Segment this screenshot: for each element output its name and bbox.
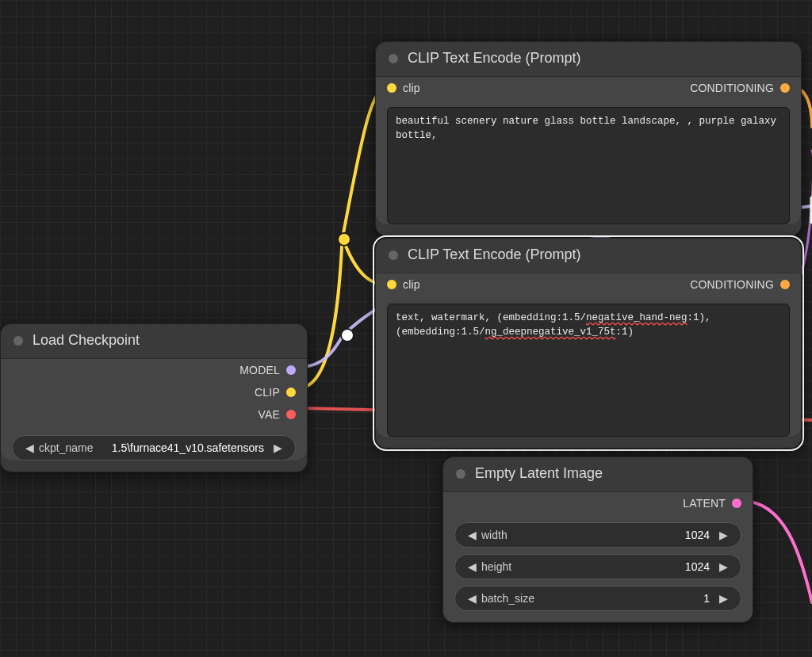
widget-label: width: [481, 529, 508, 541]
widget-value: 1024: [685, 529, 710, 541]
port-icon[interactable]: [286, 388, 296, 397]
node-body: MODEL CLIP VAE ◀ ckpt_name 1.5\furnace41…: [1, 359, 307, 460]
output-slot-latent[interactable]: LATENT: [443, 492, 753, 514]
port-icon[interactable]: [780, 280, 790, 289]
node-header[interactable]: Empty Latent Image: [443, 457, 753, 492]
io-row: clip CONDITIONING: [376, 273, 801, 296]
output-slot-conditioning[interactable]: CONDITIONING: [690, 278, 774, 291]
node-clip-text-encode-positive[interactable]: CLIP Text Encode (Prompt) clip CONDITION…: [375, 41, 802, 236]
chevron-right-icon[interactable]: ▶: [714, 529, 733, 541]
batch-size-number-widget[interactable]: ◀ batch_size 1 ▶: [454, 586, 741, 611]
node-title: CLIP Text Encode (Prompt): [408, 50, 580, 67]
widget-label: ckpt_name: [39, 441, 93, 454]
node-header[interactable]: CLIP Text Encode (Prompt): [376, 42, 801, 77]
port-icon[interactable]: [286, 365, 296, 375]
ckpt-name-combo[interactable]: ◀ ckpt_name 1.5\furnace41_v10.safetensor…: [12, 435, 296, 460]
widget-value: 1: [703, 592, 710, 605]
node-title: Empty Latent Image: [475, 465, 603, 482]
port-icon[interactable]: [387, 83, 396, 93]
node-title: Load Checkpoint: [33, 332, 140, 349]
input-slot-clip[interactable]: clip: [403, 278, 420, 291]
node-body: clip CONDITIONING beautiful scenery natu…: [376, 77, 801, 224]
output-slot-vae[interactable]: VAE: [1, 403, 307, 426]
chevron-left-icon[interactable]: ◀: [463, 529, 481, 541]
width-number-widget[interactable]: ◀ width 1024 ▶: [454, 522, 741, 548]
prompt-text-input[interactable]: beautiful scenery nature glass bottle la…: [387, 107, 790, 224]
collapse-dot-icon[interactable]: [13, 336, 23, 346]
port-icon[interactable]: [732, 498, 741, 508]
node-title: CLIP Text Encode (Prompt): [408, 246, 580, 263]
widget-label: batch_size: [481, 592, 534, 605]
node-load-checkpoint[interactable]: Load Checkpoint MODEL CLIP VAE ◀ ckpt_na…: [0, 323, 308, 472]
widget-stack: ◀ width 1024 ▶ ◀ height 1024 ▶ ◀ batch_s…: [443, 514, 753, 622]
port-icon[interactable]: [286, 410, 296, 419]
chevron-left-icon[interactable]: ◀: [463, 560, 481, 573]
chevron-left-icon[interactable]: ◀: [463, 592, 481, 605]
input-slot-clip[interactable]: clip: [403, 82, 420, 94]
node-header[interactable]: Load Checkpoint: [1, 324, 307, 359]
node-clip-text-encode-negative[interactable]: CLIP Text Encode (Prompt) clip CONDITION…: [375, 238, 802, 449]
widget-value: 1.5\furnace41_v10.safetensors: [112, 441, 264, 454]
output-slot-conditioning[interactable]: CONDITIONING: [690, 82, 774, 94]
node-body: clip CONDITIONING text, watermark, (embe…: [376, 273, 801, 437]
height-number-widget[interactable]: ◀ height 1024 ▶: [454, 554, 741, 579]
io-row: clip CONDITIONING: [376, 77, 801, 99]
port-icon[interactable]: [780, 83, 790, 93]
node-empty-latent-image[interactable]: Empty Latent Image LATENT ◀ width 1024 ▶…: [442, 456, 753, 623]
prompt-text-input[interactable]: text, watermark, (embedding:1.5/negative…: [387, 304, 790, 437]
widget-label: height: [481, 560, 511, 573]
node-header[interactable]: CLIP Text Encode (Prompt): [376, 239, 801, 273]
chevron-right-icon[interactable]: ▶: [714, 592, 733, 605]
output-slot-clip[interactable]: CLIP: [1, 381, 307, 403]
collapse-dot-icon[interactable]: [389, 250, 398, 260]
widget-value: 1024: [685, 560, 710, 573]
chevron-right-icon[interactable]: ▶: [714, 560, 733, 573]
port-icon[interactable]: [387, 280, 396, 289]
node-body: LATENT ◀ width 1024 ▶ ◀ height 1024 ▶ ◀ …: [443, 492, 753, 622]
output-slot-model[interactable]: MODEL: [1, 359, 307, 381]
chevron-left-icon[interactable]: ◀: [21, 441, 39, 454]
collapse-dot-icon[interactable]: [389, 54, 398, 63]
chevron-right-icon[interactable]: ▶: [269, 441, 287, 454]
collapse-dot-icon[interactable]: [456, 469, 465, 479]
